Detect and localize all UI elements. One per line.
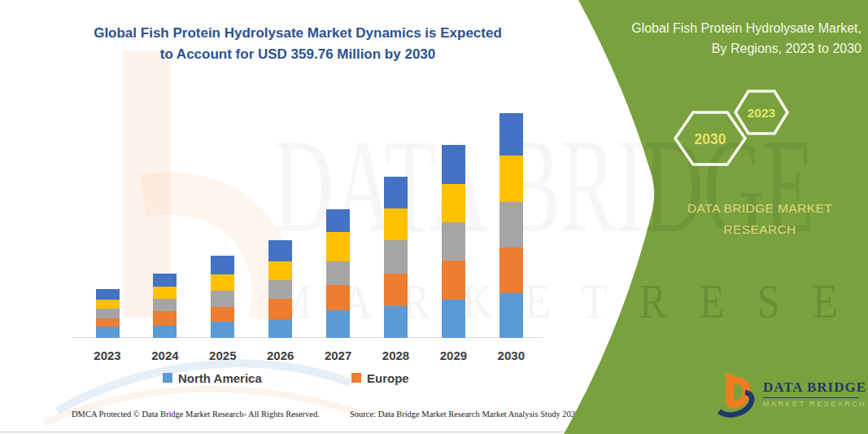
hexagon-2030-label: 2030 [695,131,726,147]
panel-heading-line1: Global Fish Protein Hydrolysate Market, [598,19,861,39]
logo-wordmark: DATA BRIDGE [763,379,865,396]
infographic-canvas: DATA BRIDGE M A R K E T R E S E A R C H … [0,0,868,434]
panel-brand-line2: RESEARCH [651,219,868,240]
panel-brand-line1: DATA BRIDGE MARKET [651,198,868,219]
logo-subtext: MARKET RESEARCH [763,400,865,408]
panel-heading: Global Fish Protein Hydrolysate Market, … [598,19,861,59]
hexagon-2023-label: 2023 [748,106,776,120]
panel-brand-text: DATA BRIDGE MARKET RESEARCH [651,198,868,239]
logo-underline [763,397,859,398]
svg-text:M A R K E T R E S E A R C H: M A R K E T R E S E A R C H [275,274,868,328]
panel-heading-line2: By Regions, 2023 to 2030 [598,39,861,59]
